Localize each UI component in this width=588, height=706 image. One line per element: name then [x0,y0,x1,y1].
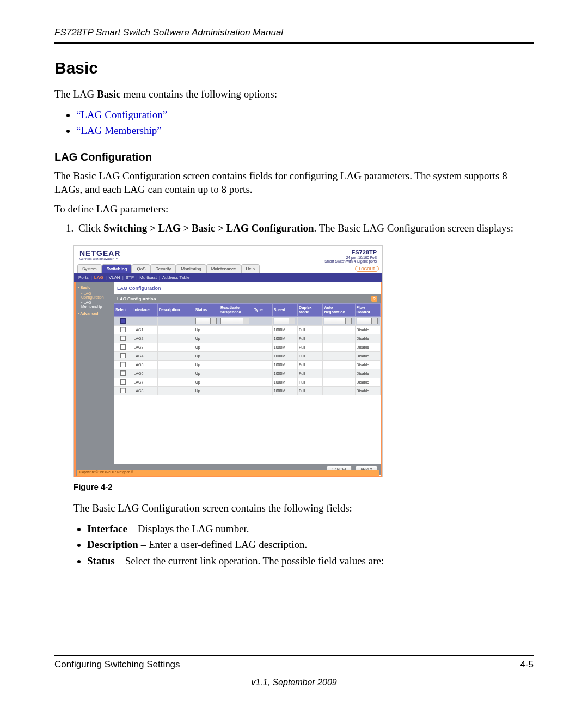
cell-duplex: Full [298,343,323,351]
field-name: Description [87,539,138,550]
autoneg-dropdown[interactable] [323,316,355,325]
cell-autoneg [323,334,355,343]
field-interface: Interface – Displays the LAG number. [87,521,534,537]
col-select: Select [114,304,132,316]
main-tab-switching[interactable]: Switching [102,264,132,273]
sub-tab-lag[interactable]: LAG [94,275,103,280]
checkbox-icon [120,353,126,358]
cell-autoneg [323,378,355,386]
row-select[interactable] [114,334,132,343]
step1-suffix: . The Basic LAG Configuration screen dis… [314,222,513,234]
cell-description [157,334,194,343]
lag-table: SelectInterfaceDescriptionStatusReactiva… [114,303,381,395]
cell-flow: Disable [355,343,380,351]
main-tab-monitoring[interactable]: Monitoring [176,264,206,273]
input-cell[interactable] [132,316,157,325]
help-icon[interactable]: ? [371,296,377,302]
cell-status: Up [194,369,219,378]
link-lag-membership[interactable]: “LAG Membership” [76,123,534,138]
model-sub2: Smart Switch with 4 Gigabit ports [324,259,377,263]
cell-flow: Disable [355,386,380,395]
cell-description [157,351,194,360]
sidebar-item-lag-configuration[interactable]: • LAG Configuration [81,291,112,299]
cell-reactivate [219,369,253,378]
main-tab-qos[interactable]: QoS [132,264,150,273]
col-type: Type [253,304,272,316]
row-select[interactable] [114,343,132,351]
sub-tab-ports[interactable]: Ports [78,275,89,280]
sub-tab-address-table[interactable]: Address Table [162,275,190,280]
reactivate-dropdown[interactable] [219,316,253,325]
status-dropdown[interactable] [194,316,219,325]
main-tab-system[interactable]: System [77,264,102,273]
cell-reactivate [219,360,253,369]
sub-tab-stp[interactable]: STP [126,275,134,280]
cell-type [253,386,272,395]
link-lag-configuration[interactable]: “LAG Configuration” [76,107,534,123]
row-select[interactable] [114,369,132,378]
cell-speed: 1000M [272,386,297,395]
subtab-separator: | [136,275,137,280]
table-row: LAG1Up1000MFullDisable [114,325,381,334]
sub-tabs: Ports|LAG|VLAN|STP|Multicast|Address Tab… [74,273,382,282]
checkbox-icon [120,370,126,376]
main-tab-maintenance[interactable]: Maintenance [206,264,241,273]
dropdown-icon [195,318,217,324]
input-cell[interactable] [298,316,323,325]
link-text: “LAG Membership” [76,125,162,136]
sidebar: • Basic • LAG Configuration • LAG Member… [76,282,114,476]
cell-flow: Disable [355,325,380,334]
speed-dropdown[interactable] [272,316,297,325]
field-desc: – Enter a user-defined LAG description. [138,539,307,550]
input-cell[interactable] [157,316,194,325]
cell-speed: 1000M [272,334,297,343]
main-tab-security[interactable]: Security [150,264,176,273]
cell-type [253,378,272,386]
input-cell[interactable] [253,316,272,325]
checkbox-icon [120,318,126,324]
paragraph-1: The Basic LAG Configuration screen conta… [54,169,534,197]
cell-type [253,325,272,334]
row-select[interactable] [114,360,132,369]
cell-reactivate [219,378,253,386]
sidebar-item-lag-membership[interactable]: • LAG Membership [81,301,112,308]
running-header: FS728TP Smart Switch Software Administra… [54,27,534,38]
field-description: Description – Enter a user-defined LAG d… [87,537,534,552]
field-desc: – Displays the LAG number. [127,523,249,534]
cell-interface: LAG7 [132,378,157,386]
box-header: LAG Configuration ? [114,294,381,303]
row-select[interactable] [114,351,132,360]
header-rule [54,42,534,44]
sidebar-advanced-group[interactable]: • Advanced [78,312,112,315]
after-figure-text: The Basic LAG Configuration screen conta… [74,501,534,515]
cell-reactivate [219,386,253,395]
brand-logo: NETGEAR [79,249,120,258]
intro-paragraph: The LAG Basic menu contains the followin… [54,87,534,101]
sub-tab-vlan[interactable]: VLAN [109,275,120,280]
cell-interface: LAG6 [132,369,157,378]
cell-speed: 1000M [272,378,297,386]
col-duplex-mode: Duplex Mode [298,304,323,316]
table-input-row [114,316,381,325]
logout-button[interactable]: LOGOUT [355,266,379,272]
subtab-separator: | [91,275,92,280]
sidebar-basic-group[interactable]: • Basic [78,285,112,289]
intro-bold: Basic [97,88,120,100]
row-select[interactable] [114,378,132,386]
select-all-cell[interactable] [114,316,132,325]
row-select[interactable] [114,325,132,334]
main-tab-help[interactable]: Help [241,264,260,273]
cell-duplex: Full [298,351,323,360]
sub-tab-multicast[interactable]: Multicast [139,275,157,280]
flow-dropdown[interactable] [355,316,380,325]
cell-speed: 1000M [272,360,297,369]
field-status: Status – Select the current link operati… [87,553,534,569]
steps-list: Click Switching > LAG > Basic > LAG Conf… [54,221,534,235]
cell-interface: LAG3 [132,343,157,351]
checkbox-icon [120,379,126,385]
subtab-separator: | [106,275,107,280]
row-select[interactable] [114,386,132,395]
cell-status: Up [194,334,219,343]
cell-status: Up [194,386,219,395]
subtab-separator: | [159,275,160,280]
